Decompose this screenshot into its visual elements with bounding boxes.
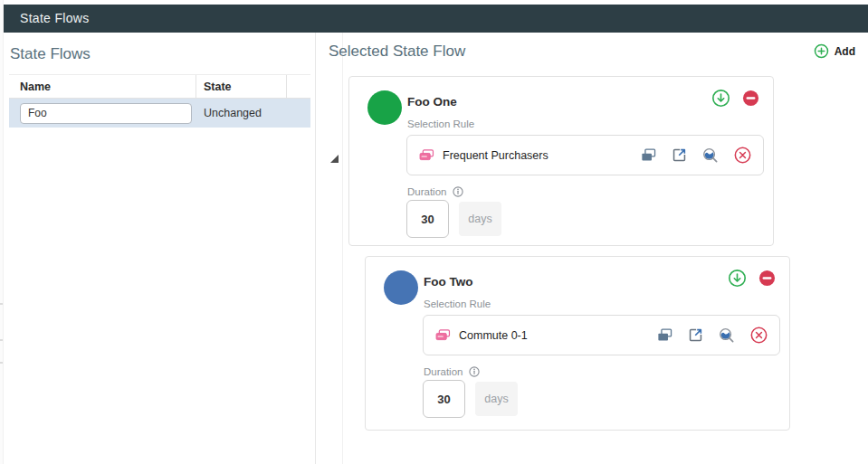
duration-label: Duration — [407, 186, 446, 197]
edge-tick — [0, 362, 3, 364]
duration-value-input[interactable] — [406, 200, 449, 238]
duration-unit: days — [459, 202, 501, 236]
arrow-down-circle-icon[interactable] — [728, 269, 747, 288]
selection-rule-box: Frequent Purchasers — [406, 135, 764, 175]
info-icon[interactable] — [453, 186, 463, 197]
selection-rule-name: Commute 0-1 — [459, 329, 657, 342]
panel-divider — [342, 33, 343, 464]
add-state-button[interactable]: Add — [814, 43, 855, 59]
table-header-row: Name State — [9, 74, 310, 99]
duration-row: Duration — [407, 186, 463, 197]
state-card-foo-one: Foo One Selection Rule Frequent Purchase… — [348, 76, 774, 246]
state-flows-heading: State Flows — [10, 45, 91, 63]
info-icon[interactable] — [469, 366, 480, 377]
rule-actions — [657, 327, 768, 344]
column-header-name[interactable]: Name — [9, 75, 196, 98]
selection-rule-name: Frequent Purchasers — [443, 149, 641, 162]
edge-tick — [0, 303, 3, 305]
duration-unit: days — [475, 382, 518, 416]
preview-count-icon[interactable] — [719, 327, 735, 344]
collapse-panel-handle[interactable] — [330, 155, 339, 163]
state-color-circle — [384, 270, 418, 305]
selection-rule-label: Selection Rule — [424, 298, 491, 309]
table-row[interactable]: Unchanged — [9, 99, 310, 128]
card-actions — [728, 269, 776, 288]
state-cell: Unchanged — [196, 107, 287, 119]
duration-row: Duration — [424, 366, 480, 377]
open-external-icon[interactable] — [688, 327, 703, 343]
name-cell — [9, 103, 196, 124]
selected-flow-heading: Selected State Flow — [329, 43, 465, 61]
duration-label: Duration — [424, 366, 463, 377]
segment-icon — [419, 149, 434, 161]
page-title-bar: State Flows — [4, 5, 868, 33]
minus-circle-icon[interactable] — [742, 90, 759, 107]
minus-circle-icon[interactable] — [758, 270, 776, 287]
state-color-circle — [367, 90, 402, 125]
app-window: State Flows State Flows Name State Uncha… — [0, 0, 868, 464]
page-title: State Flows — [20, 11, 89, 25]
state-flows-list-panel: State Flows Name State Unchanged — [4, 33, 316, 464]
arrow-down-circle-icon[interactable] — [711, 89, 730, 108]
state-card-foo-two: Foo Two Selection Rule Commute 0-1 — [365, 256, 790, 431]
selected-flow-header: Selected State Flow Add — [316, 33, 868, 69]
duplicate-icon[interactable] — [657, 328, 672, 342]
column-header-state[interactable]: State — [196, 75, 287, 98]
preview-count-icon[interactable] — [702, 147, 719, 164]
flow-name-input[interactable] — [20, 103, 192, 124]
remove-circle-icon[interactable] — [750, 327, 768, 344]
plus-circle-icon — [814, 43, 829, 59]
state-title: Foo One — [407, 95, 457, 109]
add-label: Add — [835, 45, 855, 58]
selection-rule-box: Commute 0-1 — [423, 315, 780, 355]
duration-value-input[interactable] — [423, 380, 465, 418]
remove-circle-icon[interactable] — [734, 147, 751, 164]
segment-icon — [435, 329, 451, 341]
rule-actions — [641, 147, 751, 164]
state-flows-table: Name State Unchanged — [9, 74, 310, 128]
edge-tick — [0, 339, 3, 341]
card-actions — [711, 89, 759, 108]
state-title: Foo Two — [424, 275, 472, 289]
duplicate-icon[interactable] — [641, 148, 656, 162]
open-external-icon[interactable] — [672, 147, 687, 163]
selection-rule-label: Selection Rule — [407, 118, 474, 129]
